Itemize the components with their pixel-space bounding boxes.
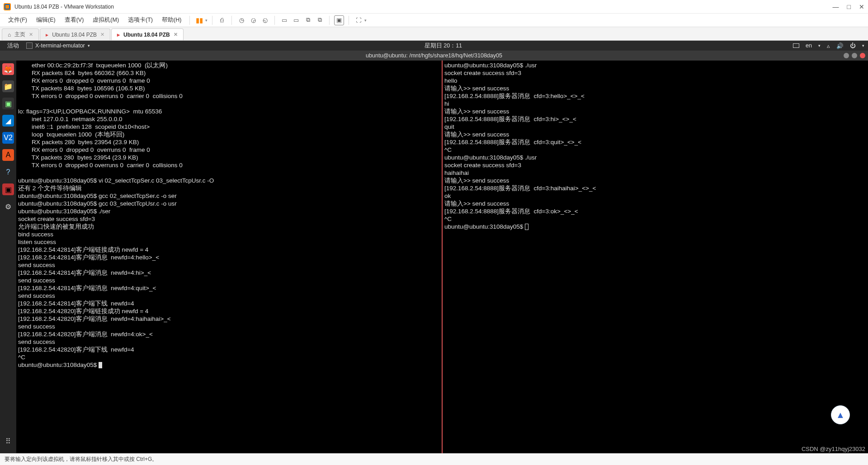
tab-home[interactable]: ⌂ 主页 ✕ <box>2 28 39 40</box>
close-icon[interactable]: ✕ <box>174 32 178 38</box>
close-icon[interactable]: ✕ <box>100 32 104 38</box>
snapshot-revert-icon[interactable]: ◶ <box>248 15 258 25</box>
terminal-output-left: ether 00:0c:29:2b:f7:3f txqueuelen 1000 … <box>18 62 214 368</box>
system-tray: en ▾ ▵ 🔊 ⏻ ▾ <box>793 42 864 49</box>
fullscreen-icon[interactable]: ▣ <box>334 15 344 25</box>
vnc-icon[interactable]: V2 <box>2 132 14 144</box>
terminal-icon[interactable]: ▣ <box>2 98 14 109</box>
window-title: Ubuntu 18.04 PZB - VMware Workstation <box>14 4 114 10</box>
minimize-button[interactable]: — <box>833 3 839 10</box>
terminal-titlebar: ubuntu@ubuntu: /mnt/hgfs/share18/hq/Net/… <box>0 51 868 61</box>
window-buttons <box>844 53 865 58</box>
separator <box>212 16 212 25</box>
terminal-pane-right[interactable]: ubuntu@ubuntu:3108day05$ ./usr socket cr… <box>443 61 868 453</box>
view-console-icon[interactable]: ▭ <box>291 15 301 25</box>
files-icon[interactable]: 📁 <box>2 80 14 92</box>
vm-icon: ▸ <box>117 32 120 38</box>
separator <box>329 16 330 25</box>
network-icon[interactable]: ▵ <box>827 42 830 49</box>
window-titlebar: Ubuntu 18.04 PZB - VMware Workstation — … <box>0 0 868 14</box>
clock[interactable]: 星期日 20：11 <box>94 42 793 50</box>
vm-display[interactable]: 活动 X-terminal-emulator ▾ 星期日 20：11 en ▾ … <box>0 41 868 453</box>
status-bar: 要将输入定向到该虚拟机，请将鼠标指针移入其中或按 Ctrl+G。 <box>0 453 868 465</box>
terminal-pane-left[interactable]: ether 00:0c:29:2b:f7:3f txqueuelen 1000 … <box>16 61 443 453</box>
firefox-icon[interactable]: 🦊 <box>2 63 14 75</box>
pause-icon[interactable]: ▮▮ <box>194 15 204 25</box>
tab-label: Ubuntu 18.04 PZB <box>52 32 97 38</box>
separator <box>274 16 275 25</box>
power-icon[interactable]: ⏻ <box>850 42 856 49</box>
settings-icon[interactable]: ⚙ <box>2 201 14 212</box>
keyboard-icon[interactable] <box>793 43 799 48</box>
chevron-down-icon: ▾ <box>818 43 821 48</box>
close-button[interactable]: ✕ <box>859 3 864 10</box>
snapshot-take-icon[interactable]: ◷ <box>236 15 246 25</box>
tab-vm-1[interactable]: ▸ Ubuntu 18.04 PZB ✕ <box>40 28 110 40</box>
close-icon[interactable]: ✕ <box>29 32 33 38</box>
window-controls: — □ ✕ <box>833 3 864 10</box>
terminal-icon <box>26 42 33 49</box>
send-ctrl-alt-del-icon[interactable]: ⎙ <box>217 15 227 25</box>
menu-vm[interactable]: 虚拟机(M) <box>89 15 123 25</box>
gnome-topbar: 活动 X-terminal-emulator ▾ 星期日 20：11 en ▾ … <box>0 41 868 51</box>
menu-help[interactable]: 帮助(H) <box>158 15 185 25</box>
app-icon[interactable]: ▣ <box>2 183 14 195</box>
activities-button[interactable]: 活动 <box>4 42 23 50</box>
terminal-output-right: ubuntu@ubuntu:3108day05$ ./usr socket cr… <box>444 62 596 230</box>
separator <box>189 16 190 25</box>
tab-label: Ubuntu 18.04 PZB <box>123 32 170 38</box>
menu-tabs[interactable]: 选项卡(T) <box>124 15 156 25</box>
floating-action-button[interactable]: ▲ <box>831 405 850 424</box>
separator <box>349 16 349 25</box>
view-unity-icon[interactable]: ⧉ <box>303 15 313 25</box>
menu-view[interactable]: 查看(V) <box>61 15 88 25</box>
status-text: 要将输入定向到该虚拟机，请将鼠标指针移入其中或按 Ctrl+G。 <box>5 456 157 463</box>
snapshot-manage-icon[interactable]: ◵ <box>260 15 270 25</box>
software-icon[interactable]: A <box>2 149 14 161</box>
menu-file[interactable]: 文件(F) <box>5 15 31 25</box>
home-icon: ⌂ <box>8 32 11 38</box>
separator <box>231 16 232 25</box>
vm-tabbar: ⌂ 主页 ✕ ▸ Ubuntu 18.04 PZB ✕ ▸ Ubuntu 18.… <box>0 27 868 41</box>
show-apps-icon[interactable]: ⠿ <box>2 435 14 447</box>
watermark: CSDN @zy11hqyj23032 <box>802 446 865 452</box>
language-indicator[interactable]: en <box>806 42 812 49</box>
terminal-split: ether 00:0c:29:2b:f7:3f txqueuelen 1000 … <box>16 61 868 453</box>
cursor <box>99 362 102 368</box>
terminal-title: ubuntu@ubuntu: /mnt/hgfs/share18/hq/Net/… <box>366 52 502 59</box>
app-menu[interactable]: X-terminal-emulator ▾ <box>23 42 94 49</box>
app-menu-label: X-terminal-emulator <box>35 42 85 49</box>
stretch-icon[interactable]: ⛶ <box>354 15 363 25</box>
chevron-down-icon: ▾ <box>862 43 864 48</box>
vm-icon: ▸ <box>46 32 48 38</box>
volume-icon[interactable]: 🔊 <box>836 42 844 49</box>
menu-edit[interactable]: 编辑(E) <box>33 15 59 25</box>
minimize-icon[interactable] <box>844 53 849 58</box>
maximize-icon[interactable] <box>852 53 857 58</box>
help-icon[interactable]: ? <box>2 166 14 178</box>
tab-label: 主页 <box>14 31 25 38</box>
dropdown-icon[interactable]: ▾ <box>205 18 208 23</box>
tab-vm-2[interactable]: ▸ Ubuntu 18.04 PZB ✕ <box>111 28 184 40</box>
maximize-button[interactable]: □ <box>847 3 851 10</box>
gnome-dock: 🦊 📁 ▣ ◢ V2 A ? ▣ ⚙ ⠿ <box>0 61 16 453</box>
vmware-logo-icon <box>4 3 11 10</box>
view-thumbnail-icon[interactable]: ⧉ <box>315 15 325 25</box>
menu-toolbar: 文件(F) 编辑(E) 查看(V) 虚拟机(M) 选项卡(T) 帮助(H) ▮▮… <box>0 14 868 27</box>
dropdown-icon[interactable]: ▾ <box>364 18 367 23</box>
view-single-icon[interactable]: ▭ <box>279 15 289 25</box>
cursor <box>525 224 528 230</box>
chevron-down-icon: ▾ <box>88 43 90 48</box>
close-icon[interactable] <box>860 53 865 58</box>
vscode-icon[interactable]: ◢ <box>2 115 14 127</box>
